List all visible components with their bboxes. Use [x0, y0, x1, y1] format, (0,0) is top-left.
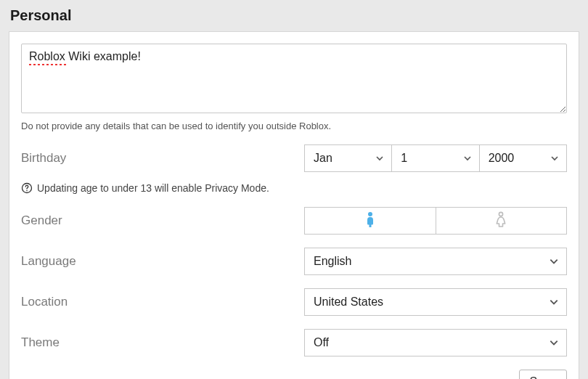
- language-label: Language: [21, 254, 304, 269]
- svg-point-1: [26, 190, 28, 192]
- male-icon: [364, 211, 376, 230]
- personal-card: Do not provide any details that can be u…: [9, 31, 579, 379]
- privacy-note-text: Updating age to under 13 will enable Pri…: [37, 182, 269, 194]
- chevron-down-icon: [549, 256, 559, 266]
- location-label: Location: [21, 295, 304, 309]
- svg-point-3: [499, 212, 503, 216]
- location-select[interactable]: United States: [304, 288, 567, 316]
- bio-textarea[interactable]: [21, 44, 567, 113]
- theme-value: Off: [314, 336, 329, 349]
- female-icon: [494, 211, 507, 230]
- theme-select[interactable]: Off: [304, 329, 567, 356]
- gender-male-button[interactable]: [304, 207, 436, 235]
- gender-female-button[interactable]: [436, 207, 568, 235]
- chevron-down-icon: [549, 338, 559, 348]
- bio-helper-text: Do not provide any details that can be u…: [21, 121, 567, 131]
- birthday-year-select[interactable]: 2000: [479, 144, 567, 172]
- location-value: United States: [314, 296, 383, 309]
- birthday-day-value: 1: [401, 152, 407, 165]
- gender-label: Gender: [21, 213, 304, 228]
- svg-point-2: [368, 212, 372, 216]
- chevron-down-icon: [550, 154, 559, 163]
- birthday-month-select[interactable]: Jan: [304, 144, 392, 172]
- language-value: English: [314, 255, 351, 268]
- save-button[interactable]: Save: [519, 370, 567, 379]
- birthday-year-value: 2000: [489, 152, 515, 165]
- chevron-down-icon: [375, 154, 384, 163]
- section-title: Personal: [0, 0, 588, 31]
- help-icon[interactable]: [21, 182, 33, 194]
- chevron-down-icon: [463, 154, 472, 163]
- theme-label: Theme: [21, 335, 304, 350]
- birthday-day-select[interactable]: 1: [391, 144, 479, 172]
- birthday-month-value: Jan: [314, 152, 332, 165]
- chevron-down-icon: [549, 297, 559, 307]
- birthday-label: Birthday: [21, 151, 304, 166]
- language-select[interactable]: English: [304, 248, 567, 275]
